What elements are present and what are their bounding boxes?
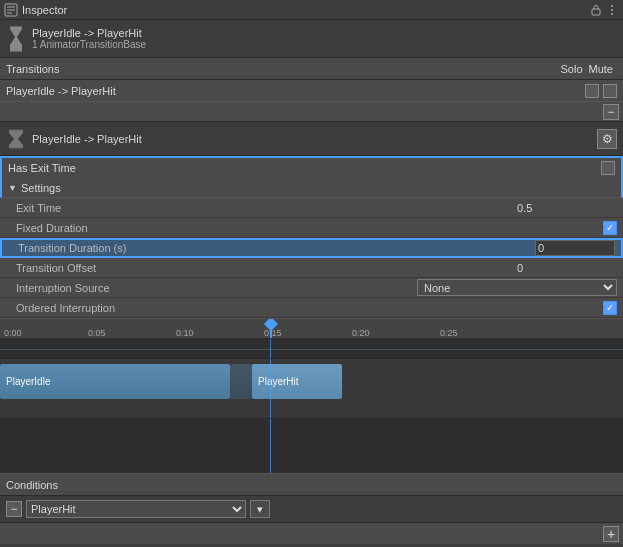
timeline-track-3 <box>0 419 623 473</box>
inspector-header: Inspector <box>0 0 623 20</box>
ordered-interruption-checkbox[interactable]: ✓ <box>603 301 617 315</box>
transition-row[interactable]: PlayerIdle -> PlayerHit <box>0 80 623 102</box>
transition-offset-value: 0 <box>517 262 617 274</box>
timeline-ruler-inner: 0:00 0:05 0:10 0:15 0:20 0:25 <box>0 319 623 338</box>
fixed-duration-row: Fixed Duration ✓ <box>0 218 623 238</box>
transition-detail: PlayerIdle -> PlayerHit ⚙ <box>0 122 623 156</box>
playhead-track3 <box>270 419 271 473</box>
condition-arrow-button[interactable]: ▾ <box>250 500 270 518</box>
transitions-header: Transitions Solo Mute <box>0 58 623 80</box>
add-condition-button[interactable]: + <box>603 526 619 542</box>
mute-checkbox[interactable] <box>603 84 617 98</box>
solo-checkbox[interactable] <box>585 84 599 98</box>
timeline-tracks: PlayerIdle PlayerHit <box>0 339 623 473</box>
solo-mute-checkboxes <box>585 84 617 98</box>
fixed-duration-label: Fixed Duration <box>16 222 603 234</box>
ruler-tick-3: 0:15 <box>264 328 282 338</box>
conditions-header: Conditions <box>0 474 623 496</box>
exit-time-label: Exit Time <box>16 202 517 214</box>
settings-label: Settings <box>21 182 61 194</box>
timeline-ruler: 0:00 0:05 0:10 0:15 0:20 0:25 <box>0 319 623 339</box>
ruler-tick-2: 0:10 <box>176 328 194 338</box>
transition-duration-input[interactable] <box>535 240 615 256</box>
breadcrumb-main: PlayerIdle -> PlayerHit <box>32 27 146 39</box>
playhead-track2 <box>270 359 271 418</box>
has-exit-time-checkbox[interactable] <box>601 161 615 175</box>
remove-transition-button[interactable]: − <box>603 104 619 120</box>
remove-condition-button[interactable]: − <box>6 501 22 517</box>
lock-icon[interactable] <box>589 3 603 17</box>
inspector-icons <box>589 3 619 17</box>
has-exit-time-label: Has Exit Time <box>8 162 601 174</box>
transition-duration-row: Transition Duration (s) <box>0 238 623 258</box>
conditions-row: − PlayerHit ▾ <box>0 496 623 522</box>
interruption-source-label: Interruption Source <box>16 282 417 294</box>
transition-duration-label: Transition Duration (s) <box>18 242 535 254</box>
gear-button[interactable]: ⚙ <box>597 129 617 149</box>
condition-dropdown[interactable]: PlayerHit <box>26 500 246 518</box>
transition-offset-row: Transition Offset 0 <box>0 258 623 278</box>
inspector-title: Inspector <box>22 4 67 16</box>
interruption-source-row: Interruption Source None <box>0 278 623 298</box>
timeline-track-1 <box>0 339 623 359</box>
exit-time-row: Exit Time 0.5 <box>0 198 623 218</box>
interruption-source-dropdown[interactable]: None <box>417 279 617 296</box>
transition-detail-name: PlayerIdle -> PlayerHit <box>32 133 591 145</box>
svg-rect-4 <box>592 9 600 15</box>
svg-point-6 <box>611 9 613 11</box>
menu-icon[interactable] <box>605 3 619 17</box>
settings-header: ▼ Settings <box>0 178 623 198</box>
ruler-tick-4: 0:20 <box>352 328 370 338</box>
ruler-tick-5: 0:25 <box>440 328 458 338</box>
playhead-ruler <box>270 319 272 338</box>
ruler-tick-0: 0:00 <box>4 328 22 338</box>
solo-mute-area: Solo Mute <box>561 63 618 75</box>
hourglass-icon <box>6 25 26 53</box>
conditions-label: Conditions <box>6 479 58 491</box>
conditions-footer: + <box>0 522 623 544</box>
settings-triangle-icon: ▼ <box>8 183 17 193</box>
fixed-duration-checkbox[interactable]: ✓ <box>603 221 617 235</box>
svg-point-7 <box>611 13 613 15</box>
breadcrumb-area: PlayerIdle -> PlayerHit 1 AnimatorTransi… <box>0 20 623 58</box>
has-exit-time-row: Has Exit Time <box>0 156 623 178</box>
solo-label: Solo <box>561 63 583 75</box>
svg-point-5 <box>611 5 613 7</box>
player-hit-block[interactable]: PlayerHit <box>252 364 342 399</box>
conditions-section: Conditions − PlayerHit ▾ + <box>0 473 623 544</box>
breadcrumb-text: PlayerIdle -> PlayerHit 1 AnimatorTransi… <box>32 27 146 50</box>
ruler-tick-1: 0:05 <box>88 328 106 338</box>
exit-time-value: 0.5 <box>517 202 617 214</box>
inspector-icon <box>4 3 18 17</box>
mute-label: Mute <box>589 63 613 75</box>
transition-row-label: PlayerIdle -> PlayerHit <box>6 85 116 97</box>
ordered-interruption-row: Ordered Interruption ✓ <box>0 298 623 318</box>
player-hit-block-label: PlayerHit <box>258 376 299 387</box>
player-idle-block-label: PlayerIdle <box>6 376 50 387</box>
transition-detail-icon <box>6 127 26 151</box>
playhead-track1 <box>270 339 271 358</box>
transitions-label: Transitions <box>6 63 59 75</box>
ordered-interruption-label: Ordered Interruption <box>16 302 603 314</box>
minus-row: − <box>0 102 623 122</box>
timeline-container: 0:00 0:05 0:10 0:15 0:20 0:25 PlayerIdle <box>0 318 623 473</box>
timeline-line <box>0 349 623 350</box>
inspector-tab: Inspector <box>4 3 67 17</box>
transition-offset-label: Transition Offset <box>16 262 517 274</box>
breadcrumb-sub: 1 AnimatorTransitionBase <box>32 39 146 50</box>
player-idle-block[interactable]: PlayerIdle <box>0 364 230 399</box>
timeline-track-2: PlayerIdle PlayerHit <box>0 359 623 419</box>
